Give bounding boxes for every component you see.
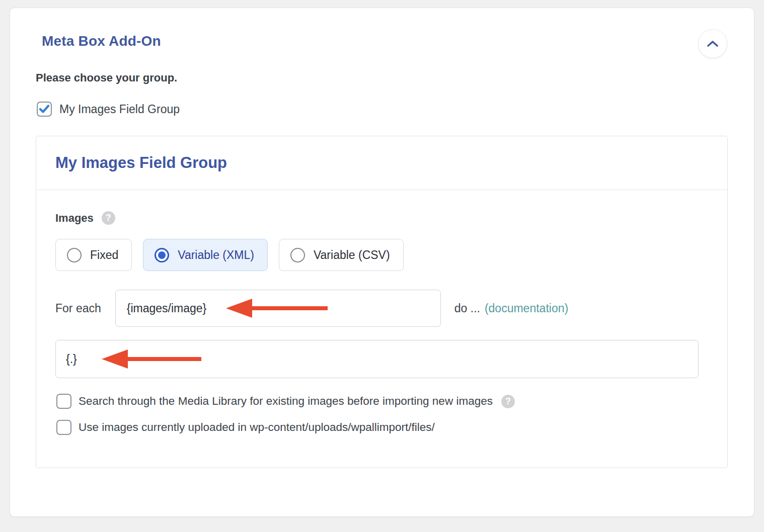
radio-unchecked-icon <box>67 248 82 262</box>
use-uploaded-images-checkbox[interactable] <box>56 420 71 435</box>
radio-option-label: Variable (CSV) <box>314 248 390 262</box>
checkmark-icon <box>39 105 50 114</box>
radio-option-fixed[interactable]: Fixed <box>55 239 132 271</box>
radio-option-label: Fixed <box>90 248 118 262</box>
foreach-label: For each <box>55 302 101 315</box>
radio-option-variable-csv[interactable]: Variable (CSV) <box>279 239 404 271</box>
search-media-library-checkbox[interactable] <box>56 394 71 409</box>
image-template-input[interactable] <box>55 340 699 378</box>
radio-option-variable-xml[interactable]: Variable (XML) <box>143 239 268 271</box>
meta-box-addon-card: Meta Box Add-On Please choose your group… <box>10 8 754 517</box>
card-header: Meta Box Add-On <box>10 8 754 49</box>
group-checkbox-label: My Images Field Group <box>59 103 180 116</box>
chevron-up-icon <box>706 40 720 48</box>
use-uploaded-images-row[interactable]: Use images currently uploaded in wp-cont… <box>56 420 727 435</box>
do-label: do ... <box>454 302 480 315</box>
field-group-panel-title: My Images Field Group <box>55 154 227 172</box>
template-input-wrap <box>55 340 727 378</box>
field-group-panel-header: My Images Field Group <box>36 136 727 190</box>
images-field-label: Images <box>55 212 94 225</box>
radio-checked-icon <box>155 248 169 262</box>
addon-title: Meta Box Add-On <box>42 33 728 49</box>
group-checkbox-row[interactable]: My Images Field Group <box>37 102 754 117</box>
field-group-panel-body: Images ? Fixed Variable (XML) Variable (… <box>36 190 727 435</box>
images-label-row: Images ? <box>55 211 727 225</box>
search-media-library-row[interactable]: Search through the Media Library for exi… <box>56 394 727 409</box>
radio-option-label: Variable (XML) <box>178 248 254 262</box>
choose-group-label: Please choose your group. <box>36 71 754 84</box>
use-uploaded-images-label: Use images currently uploaded in wp-cont… <box>79 421 435 434</box>
documentation-link[interactable]: (documentation) <box>485 302 568 315</box>
collapse-button[interactable] <box>698 29 727 58</box>
group-checkbox[interactable] <box>37 102 52 117</box>
field-group-panel: My Images Field Group Images ? Fixed Var… <box>36 136 728 468</box>
search-media-library-label: Search through the Media Library for exi… <box>79 395 493 408</box>
foreach-row: For each do ... (documentation) <box>55 290 727 327</box>
radio-unchecked-icon <box>290 248 305 262</box>
images-help-icon[interactable]: ? <box>102 211 115 225</box>
image-source-radio-group: Fixed Variable (XML) Variable (CSV) <box>55 239 727 271</box>
foreach-xpath-input[interactable] <box>115 290 441 327</box>
search-media-library-help-icon[interactable]: ? <box>501 395 515 408</box>
